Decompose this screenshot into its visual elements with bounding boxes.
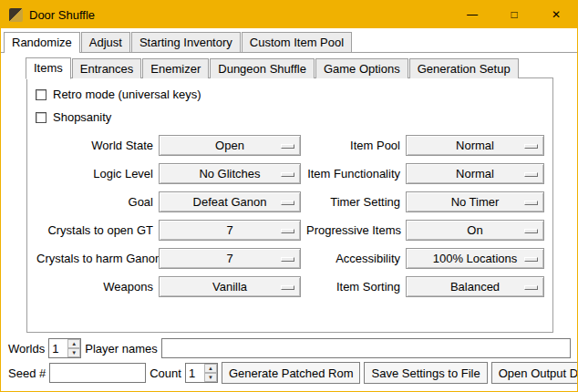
items-pane: Retro mode (universal keys) Shopsanity W… xyxy=(26,77,553,333)
field-label-item-pool: Item Pool xyxy=(306,139,400,152)
seed-input[interactable] xyxy=(49,363,146,383)
tab-entrances[interactable]: Entrances xyxy=(72,58,142,78)
checkbox-label: Shopsanity xyxy=(53,110,111,124)
spinner-arrows: ▲ ▼ xyxy=(67,339,80,357)
spinner-arrows: ▲ ▼ xyxy=(204,364,217,382)
progressive-items-dropdown[interactable]: On xyxy=(406,220,544,241)
dropdown-indicator-icon xyxy=(524,144,538,149)
outer-tab-bar: Randomize Adjust Starting Inventory Cust… xyxy=(1,28,577,53)
weapons-dropdown[interactable]: Vanilla xyxy=(159,276,301,297)
tab-starting-inventory[interactable]: Starting Inventory xyxy=(131,32,241,52)
tab-game-options[interactable]: Game Options xyxy=(315,58,408,78)
player-names-input[interactable] xyxy=(161,338,571,358)
dropdown-indicator-icon xyxy=(281,285,294,290)
randomize-pane: Items Entrances Enemizer Dungeon Shuffle… xyxy=(1,53,577,391)
field-label-goal: Goal xyxy=(36,195,153,209)
app-icon xyxy=(9,8,23,22)
item-pool-dropdown[interactable]: Normal xyxy=(406,135,544,156)
field-label-progressive-items: Progressive Items xyxy=(306,223,400,237)
inner-tab-bar: Items Entrances Enemizer Dungeon Shuffle… xyxy=(1,53,577,78)
logic-level-dropdown[interactable]: No Glitches xyxy=(159,163,301,184)
worlds-label: Worlds xyxy=(8,342,45,356)
accessibility-dropdown[interactable]: 100% Locations xyxy=(406,248,544,269)
goal-dropdown[interactable]: Defeat Ganon xyxy=(159,191,301,212)
field-label-logic-level: Logic Level xyxy=(36,167,153,181)
window: Door Shuffle — □ ✕ Randomize Adjust Star… xyxy=(0,0,578,392)
dropdown-value: 7 xyxy=(226,223,232,237)
dropdown-value: Normal xyxy=(456,167,494,181)
field-label-weapons: Weapons xyxy=(36,280,153,294)
dropdown-value: On xyxy=(467,223,482,237)
dropdown-indicator-icon xyxy=(281,144,294,149)
item-functionality-dropdown[interactable]: Normal xyxy=(406,163,544,184)
dropdown-indicator-icon xyxy=(281,201,294,205)
dropdown-indicator-icon xyxy=(524,172,538,177)
dropdown-indicator-icon xyxy=(524,285,538,290)
maximize-button[interactable]: □ xyxy=(493,1,535,28)
save-settings-button[interactable]: Save Settings to File xyxy=(364,362,487,384)
dropdown-value: Defeat Ganon xyxy=(193,195,267,209)
spin-up-button[interactable]: ▲ xyxy=(204,364,217,373)
field-label-crystals-harm-ganon: Crystals to harm Ganon xyxy=(36,252,153,265)
field-label-item-functionality: Item Functionality xyxy=(306,167,400,181)
player-names-label: Player names xyxy=(85,342,157,356)
crystals-open-gt-dropdown[interactable]: 7 xyxy=(159,220,301,241)
crystals-harm-ganon-dropdown[interactable]: 7 xyxy=(159,248,301,269)
tab-dungeon-shuffle[interactable]: Dungeon Shuffle xyxy=(210,58,315,78)
item-sorting-dropdown[interactable]: Balanced xyxy=(406,276,544,297)
tab-adjust[interactable]: Adjust xyxy=(81,32,130,52)
dropdown-value: 100% Locations xyxy=(433,252,518,265)
dropdown-value: Balanced xyxy=(450,280,500,294)
worlds-input[interactable] xyxy=(49,339,67,357)
bottom-controls: Worlds ▲ ▼ Player names Seed # Count xyxy=(1,338,577,391)
tab-randomize[interactable]: Randomize xyxy=(4,32,80,53)
checkbox-shopsanity[interactable]: Shopsanity xyxy=(36,110,552,124)
titlebar: Door Shuffle — □ ✕ xyxy=(1,1,577,28)
dropdown-indicator-icon xyxy=(524,201,538,205)
checkbox-retro-mode[interactable]: Retro mode (universal keys) xyxy=(36,88,552,101)
field-label-accessibility: Accessibility xyxy=(306,252,400,265)
field-label-timer-setting: Timer Setting xyxy=(306,195,400,209)
spin-down-button[interactable]: ▼ xyxy=(67,348,80,357)
tab-generation-setup[interactable]: Generation Setup xyxy=(409,58,519,78)
checkbox-label: Retro mode (universal keys) xyxy=(53,88,201,101)
dropdown-indicator-icon xyxy=(524,229,538,233)
dropdown-value: No Timer xyxy=(451,195,500,209)
count-spinner[interactable]: ▲ ▼ xyxy=(185,363,218,383)
dropdown-value: 7 xyxy=(226,252,232,265)
dropdown-indicator-icon xyxy=(524,257,538,262)
window-title: Door Shuffle xyxy=(29,8,95,22)
tab-custom-item-pool[interactable]: Custom Item Pool xyxy=(242,32,352,52)
field-label-world-state: World State xyxy=(36,139,153,152)
world-state-dropdown[interactable]: Open xyxy=(159,135,301,156)
worlds-spinner[interactable]: ▲ ▼ xyxy=(48,338,81,358)
dropdown-indicator-icon xyxy=(281,172,294,177)
dropdown-value: No Glitches xyxy=(199,167,260,181)
dropdown-value: Vanilla xyxy=(212,280,247,294)
field-label-crystals-open-gt: Crystals to open GT xyxy=(36,223,153,237)
timer-setting-dropdown[interactable]: No Timer xyxy=(406,191,544,212)
window-controls: — □ ✕ xyxy=(451,1,577,28)
tab-items[interactable]: Items xyxy=(26,57,71,79)
generate-patched-rom-button[interactable]: Generate Patched Rom xyxy=(222,362,361,384)
seed-row: Seed # Count ▲ ▼ Generate Patched Rom Sa… xyxy=(8,362,571,384)
window-body: Randomize Adjust Starting Inventory Cust… xyxy=(1,28,577,391)
checkbox-icon xyxy=(36,112,46,123)
checkbox-icon xyxy=(36,89,46,100)
spin-up-button[interactable]: ▲ xyxy=(67,339,80,348)
count-label: Count xyxy=(150,366,181,380)
option-grid: World State Open Item Pool Normal Logic … xyxy=(27,124,552,297)
dropdown-value: Open xyxy=(215,139,244,152)
dropdown-indicator-icon xyxy=(281,257,294,262)
spin-down-button[interactable]: ▼ xyxy=(204,373,217,382)
open-output-directory-button[interactable]: Open Output Directory xyxy=(491,362,578,384)
tab-enemizer[interactable]: Enemizer xyxy=(142,58,209,78)
dropdown-indicator-icon xyxy=(281,229,294,233)
count-input[interactable] xyxy=(186,364,204,382)
close-button[interactable]: ✕ xyxy=(535,1,577,28)
field-label-item-sorting: Item Sorting xyxy=(306,280,400,294)
dropdown-value: Normal xyxy=(456,139,494,152)
minimize-button[interactable]: — xyxy=(451,1,493,28)
seed-label: Seed # xyxy=(8,366,46,380)
worlds-row: Worlds ▲ ▼ Player names xyxy=(8,338,571,358)
